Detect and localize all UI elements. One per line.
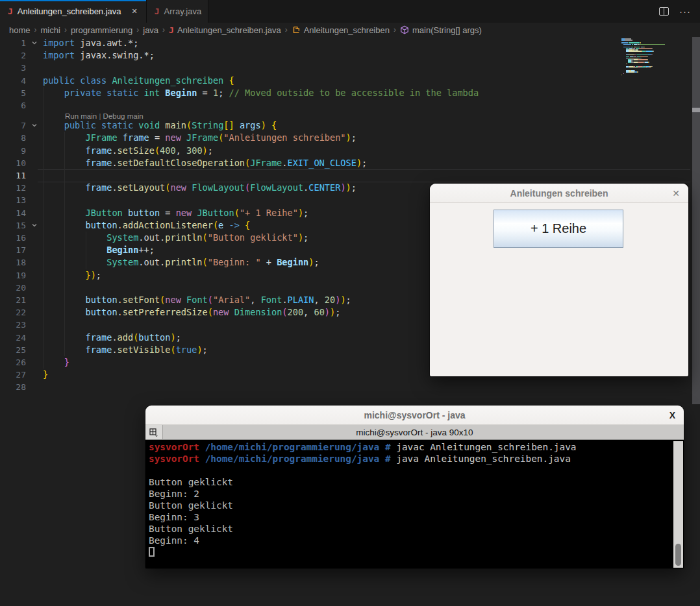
line-number[interactable]: 14 [0, 207, 26, 219]
terminal-menu-icon[interactable] [145, 425, 163, 439]
breadcrumb-item-home[interactable]: home [9, 25, 31, 35]
terminal-tab-title: michi@sysvorOrt - java 90x10 [356, 428, 473, 437]
code-line-4[interactable]: 4public class Anleitungen_schreiben { [0, 75, 617, 88]
tab-array-java[interactable]: JArray.java [147, 0, 208, 23]
line-number[interactable]: 15 [0, 219, 26, 232]
java-file-icon: J [169, 25, 174, 35]
code-line-text: frame.setDefaultCloseOperation(JFrame.EX… [43, 157, 367, 169]
line-number[interactable]: 16 [0, 232, 26, 244]
line-number[interactable]: 2 [0, 49, 26, 62]
line-number[interactable]: 10 [0, 157, 26, 169]
fold-chevron-icon[interactable] [31, 222, 38, 228]
line-number[interactable]: 23 [0, 319, 26, 331]
breadcrumb-separator: › [162, 25, 165, 34]
code-line-text: Beginn++; [43, 244, 155, 256]
code-line-9[interactable]: 9 frame.setSize(400, 300); [0, 145, 617, 158]
line-number[interactable]: 17 [0, 244, 26, 256]
fold-chevron-icon[interactable] [31, 122, 38, 128]
plus-one-reihe-button[interactable]: + 1 Reihe [494, 210, 623, 248]
line-number[interactable]: 22 [0, 306, 26, 319]
line-number[interactable]: 21 [0, 294, 26, 306]
code-line-28[interactable]: 28 [0, 381, 617, 394]
line-number[interactable]: 25 [0, 344, 26, 356]
swing-window-title: Anleitungen schreiben [510, 188, 608, 199]
swing-close-icon[interactable]: ✕ [672, 188, 680, 199]
line-number[interactable]: 19 [0, 269, 26, 282]
minimap-line [621, 76, 666, 77]
breadcrumb-separator: › [394, 25, 396, 34]
code-line-text: frame.setVisible(true); [43, 344, 208, 356]
code-line-text: frame.add(button); [43, 332, 181, 344]
code-line-text: } [43, 369, 48, 381]
breadcrumb-item-java[interactable]: java [143, 25, 158, 35]
tab-anleitungen_schreiben-java[interactable]: JAnleitungen_schreiben.java✕ [0, 0, 147, 23]
breadcrumb-label: java [143, 25, 158, 35]
code-line-8[interactable]: 8 JFrame frame = new JFrame("Anleitungen… [0, 132, 617, 145]
terminal-close-icon[interactable]: X [669, 410, 675, 420]
terminal-scrollbar[interactable] [673, 441, 683, 568]
line-number[interactable]: 4 [0, 75, 26, 87]
line-number[interactable]: 11 [0, 169, 26, 182]
line-number[interactable]: 24 [0, 332, 26, 344]
breadcrumb-item-programmierung[interactable]: programmierung [71, 25, 132, 35]
terminal-window: michi@sysvorOrt - java X michi@sysvorOrt… [145, 406, 684, 568]
line-number[interactable]: 12 [0, 182, 26, 194]
code-line-10[interactable]: 10 frame.setDefaultCloseOperation(JFrame… [0, 157, 617, 170]
breadcrumb-separator: › [136, 25, 139, 34]
more-actions-icon[interactable]: ··· [679, 8, 691, 15]
line-number[interactable]: 5 [0, 87, 26, 99]
line-number[interactable]: 28 [0, 381, 26, 393]
terminal-line-4: Button geklickt [149, 476, 233, 488]
line-number[interactable]: 1 [0, 37, 26, 49]
code-line-5[interactable]: 5 private static int Beginn = 1; // Move… [0, 87, 617, 100]
fold-chevron-icon[interactable] [31, 40, 38, 46]
split-editor-icon[interactable] [659, 7, 669, 16]
breadcrumb-item-anleitungen_schreiben-java[interactable]: JAnleitungen_schreiben.java [169, 25, 281, 35]
code-line-3[interactable]: 3 [0, 62, 617, 75]
breadcrumb-item-michi[interactable]: michi [41, 25, 60, 35]
code-line-1[interactable]: 1import java.awt.*; [0, 37, 617, 50]
line-number[interactable]: 8 [0, 132, 26, 144]
breadcrumb-item-anleitungen_schreiben[interactable]: Anleitungen_schreiben [292, 25, 390, 35]
java-file-icon: J [155, 6, 160, 16]
minimap[interactable] [621, 38, 666, 77]
breadcrumb-separator: › [34, 25, 37, 34]
line-number[interactable]: 27 [0, 369, 26, 381]
line-number[interactable]: 18 [0, 256, 26, 269]
terminal-line-8: Button geklickt [149, 523, 233, 535]
terminal-scrollbar-thumb[interactable] [675, 544, 681, 566]
terminal-window-title: michi@sysvorOrt - java [364, 410, 465, 420]
code-line-6[interactable]: 6 [0, 99, 617, 112]
code-line-text: System.out.println("Button geklickt"); [43, 232, 308, 244]
terminal-line-6: Button geklickt [149, 500, 233, 511]
codelens-debug-link[interactable]: Debug main [103, 112, 144, 120]
code-line-text: } [43, 356, 69, 369]
line-number[interactable]: 3 [0, 62, 26, 74]
code-line-text: import java.awt.*; [43, 37, 138, 49]
breadcrumb-item-main-string-args-[interactable]: main(String[] args) [400, 25, 482, 35]
code-line-7[interactable]: 7 public static void main(String[] args)… [0, 119, 617, 132]
line-number[interactable]: 7 [0, 119, 26, 132]
line-number[interactable]: 26 [0, 356, 26, 369]
tab-list: JAnleitungen_schreiben.java✕JArray.java [0, 0, 208, 23]
breadcrumb-label: Anleitungen_schreiben.java [177, 25, 281, 35]
breadcrumb-label: home [9, 25, 31, 35]
terminal-content[interactable]: sysvorOrt /home/michi/programmierung/jav… [145, 440, 684, 567]
line-number[interactable]: 20 [0, 282, 26, 294]
editor-actions: ··· [659, 0, 691, 23]
tab-close-icon[interactable]: ✕ [130, 6, 140, 17]
line-number[interactable]: 9 [0, 145, 26, 157]
codelens-run-link[interactable]: Run main [65, 112, 97, 120]
code-line-text: import javax.swing.*; [43, 49, 155, 62]
breadcrumb-label: Anleitungen_schreiben [304, 25, 390, 35]
terminal-titlebar[interactable]: michi@sysvorOrt - java X [145, 406, 684, 425]
code-line-11[interactable]: 11 [0, 169, 617, 182]
code-line-text: button.setPreferredSize(new Dimension(20… [43, 306, 340, 319]
swing-titlebar[interactable]: Anleitungen schreiben ✕ [430, 184, 688, 203]
editor-tab-bar: JAnleitungen_schreiben.java✕JArray.java … [0, 0, 700, 23]
code-line-2[interactable]: 2import javax.swing.*; [0, 49, 617, 62]
swing-window-body: + 1 Reihe [430, 203, 688, 376]
class-icon [292, 25, 301, 34]
line-number[interactable]: 13 [0, 194, 26, 206]
line-number[interactable]: 6 [0, 99, 26, 112]
